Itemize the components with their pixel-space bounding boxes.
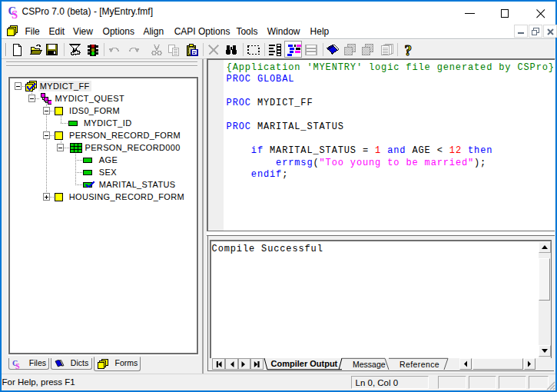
svg-text:?: ? [404,44,412,56]
svg-text:S: S [12,8,18,19]
svg-text:S: S [15,362,20,370]
